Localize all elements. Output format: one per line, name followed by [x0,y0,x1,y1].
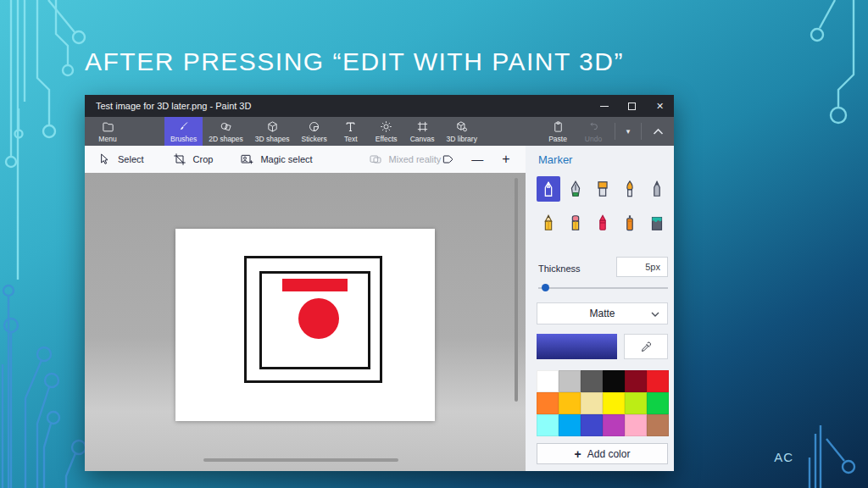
brush-pixel-pen[interactable] [645,176,669,202]
slide-title: AFTER PRESSING “EDIT WITH PAINT 3D” [85,47,624,76]
horizontal-scrollbar[interactable] [203,458,398,462]
3d-library-icon [455,120,468,133]
cursor-icon [97,152,111,166]
folder-icon [102,120,114,133]
tab-canvas[interactable]: Canvas [404,117,441,146]
eyedropper-icon [640,341,653,353]
select-tool[interactable]: Select [97,152,144,166]
sun-icon [380,120,392,133]
oil-brush-icon [593,179,612,199]
palette-swatch[interactable] [559,392,581,414]
brush-calligraphy-pen[interactable] [564,176,587,202]
zoom-in-button[interactable]: + [502,152,509,167]
brush-watercolour[interactable] [618,176,642,202]
brush-spray-can[interactable] [618,210,642,236]
selection-toolbar: Select Crop Magic select Mixed reality —… [85,146,526,173]
tab-2d-shapes[interactable]: 2D shapes [203,117,249,146]
minimize-button[interactable] [590,95,618,117]
finish-dropdown[interactable]: Matte [537,302,668,324]
fill-bucket-icon [648,213,666,233]
tab-label: 3D library [447,135,477,143]
vertical-scrollbar[interactable] [515,178,518,402]
finish-value: Matte [589,308,615,319]
brush-crayon[interactable] [591,210,615,236]
crop-icon [173,152,186,166]
pixel-pen-icon [648,179,666,199]
add-color-button[interactable]: + Add color [537,443,668,464]
more-commands-caret[interactable]: ▾ [619,117,637,146]
crop-tool[interactable]: Crop [173,152,214,166]
palette-swatch[interactable] [625,414,647,436]
tab-text[interactable]: Text [333,117,369,146]
ribbon: Menu Brushes 2D shapes 3D shapes Sticke [85,117,674,146]
zoom-out-button[interactable]: — [471,152,483,166]
chevron-down-icon [651,311,659,318]
brush-marker[interactable] [537,176,560,202]
palette-swatch[interactable] [581,370,603,392]
window-title: Test image for 3D later.png - Paint 3D [85,101,590,111]
maximize-button[interactable] [618,95,646,117]
tab-3d-shapes[interactable]: 3D shapes [249,117,296,146]
palette-swatch[interactable] [537,392,559,414]
plus-icon: + [575,447,581,461]
color-preview[interactable] [537,334,617,359]
close-button[interactable]: ✕ [646,95,674,117]
palette-swatch[interactable] [625,370,647,392]
palette-swatch[interactable] [647,392,669,414]
palette-swatch[interactable] [603,414,625,436]
ribbon-separator [615,123,615,140]
drawn-red-circle [298,298,339,339]
color-palette [537,370,669,436]
palette-swatch[interactable] [559,414,581,436]
brush-oil-brush[interactable] [591,176,615,202]
brush-panel: Marker [526,146,674,471]
palette-swatch[interactable] [581,414,603,436]
collapse-ribbon-button[interactable] [645,117,670,146]
menu-button[interactable]: Menu [90,117,125,146]
tab-label: 3D shapes [255,135,290,143]
3d-view-button[interactable] [441,152,454,166]
thickness-input[interactable]: 5px [616,257,668,277]
tab-stickers[interactable]: Stickers [295,117,332,146]
panel-title: Marker [538,153,572,166]
tab-effects[interactable]: Effects [369,117,404,146]
brush-pencil[interactable] [537,210,560,236]
ribbon-actions: Paste Undo ▾ [540,117,674,146]
text-icon [344,120,357,133]
brush-fill[interactable] [645,210,669,236]
palette-swatch[interactable] [625,392,647,414]
thickness-label: Thickness [538,263,581,274]
thickness-slider[interactable] [538,284,668,292]
2d-shapes-icon [220,120,232,133]
spray-can-icon [620,213,639,233]
palette-swatch[interactable] [537,370,559,392]
magic-select-tool[interactable]: Magic select [240,152,312,166]
paste-label: Paste [548,135,567,143]
eraser-icon [566,213,585,233]
minimize-icon [600,106,609,107]
palette-swatch[interactable] [559,370,581,392]
palette-swatch[interactable] [581,392,603,414]
palette-swatch[interactable] [603,392,625,414]
select-label: Select [118,154,144,164]
slider-track[interactable] [538,287,668,289]
palette-swatch[interactable] [647,370,669,392]
paste-button[interactable]: Paste [540,117,576,146]
palette-swatch[interactable] [537,414,559,436]
undo-button[interactable]: Undo [576,117,611,146]
paint3d-window: Test image for 3D later.png - Paint 3D ✕… [85,95,674,471]
sticker-icon [308,120,320,133]
palette-swatch[interactable] [647,414,669,436]
brush-row-2 [537,210,669,236]
eyedropper-button[interactable] [624,334,668,359]
tab-3d-library[interactable]: 3D library [441,117,483,146]
canvas-frame-icon [416,120,429,133]
slider-thumb[interactable] [542,284,549,291]
author-initials: AC [774,450,793,464]
pencil-icon [539,213,558,233]
brush-eraser[interactable] [564,210,587,236]
mixed-reality-tool[interactable]: Mixed reality [369,152,442,166]
palette-swatch[interactable] [603,370,625,392]
tab-brushes[interactable]: Brushes [164,117,203,146]
drawing-canvas[interactable] [175,229,435,421]
